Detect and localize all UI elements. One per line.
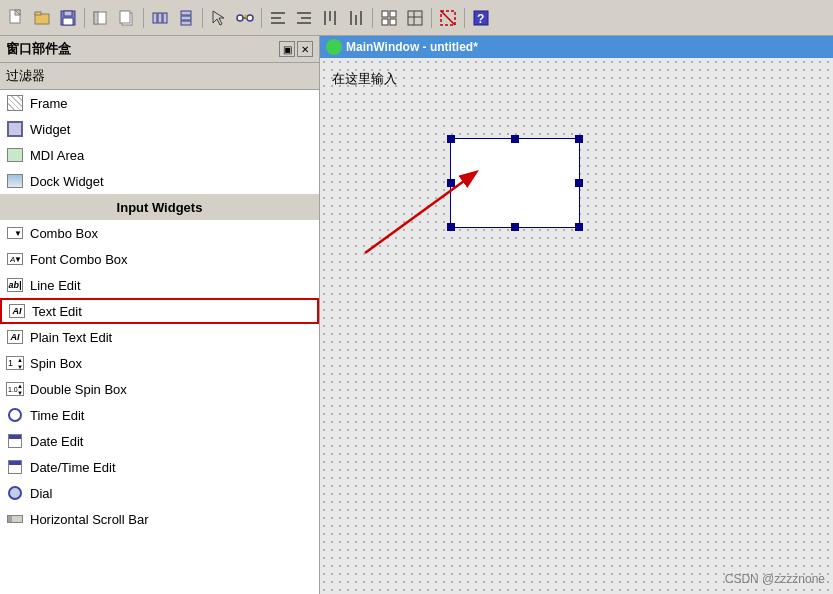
combo-box-label: Combo Box bbox=[30, 226, 98, 241]
plain-text-edit-label: Plain Text Edit bbox=[30, 330, 112, 345]
svg-rect-16 bbox=[181, 21, 191, 25]
canvas-titlebar: MainWindow - untitled* bbox=[320, 36, 833, 58]
handle-mid-right[interactable] bbox=[575, 179, 583, 187]
handle-bot-mid[interactable] bbox=[511, 223, 519, 231]
svg-rect-14 bbox=[181, 11, 191, 15]
frame-label: Frame bbox=[30, 96, 68, 111]
plain-text-edit-icon: AI bbox=[6, 328, 24, 346]
grid2-button[interactable] bbox=[403, 6, 427, 30]
align-right-button[interactable] bbox=[292, 6, 316, 30]
svg-rect-13 bbox=[163, 13, 167, 23]
new-button[interactable] bbox=[4, 6, 28, 30]
mdi-area-icon bbox=[6, 146, 24, 164]
filter-bar: 过滤器 bbox=[0, 63, 319, 90]
font-combo-box-icon: A▼ bbox=[6, 250, 24, 268]
frame-icon bbox=[6, 94, 24, 112]
svg-rect-8 bbox=[94, 12, 98, 24]
list-item-spin-box[interactable]: 1 ▲ ▼ Spin Box bbox=[0, 350, 319, 376]
list-item-frame[interactable]: Frame bbox=[0, 90, 319, 116]
undo-button[interactable] bbox=[89, 6, 113, 30]
list-item-double-spin-box[interactable]: 1.0 ▲ ▼ Double Spin Box bbox=[0, 376, 319, 402]
copy-button[interactable] bbox=[115, 6, 139, 30]
svg-marker-17 bbox=[213, 11, 224, 25]
panel-header-buttons: ▣ ✕ bbox=[279, 41, 313, 57]
layout-v-button[interactable] bbox=[174, 6, 198, 30]
canvas-title: MainWindow - untitled* bbox=[346, 40, 478, 54]
handle-bot-right[interactable] bbox=[575, 223, 583, 231]
grid-button[interactable] bbox=[377, 6, 401, 30]
toolbar: ? bbox=[0, 0, 833, 36]
list-item-horizontal-scroll-bar[interactable]: Horizontal Scroll Bar bbox=[0, 506, 319, 532]
widget-panel: 窗口部件盒 ▣ ✕ 过滤器 Frame Widget bbox=[0, 36, 320, 594]
category-input-widgets: Input Widgets bbox=[0, 194, 319, 220]
time-edit-label: Time Edit bbox=[30, 408, 84, 423]
close-panel-button[interactable]: ✕ bbox=[297, 41, 313, 57]
breaklayout-button[interactable] bbox=[436, 6, 460, 30]
category-input-widgets-label: Input Widgets bbox=[117, 200, 203, 215]
dial-label: Dial bbox=[30, 486, 52, 501]
widget-icon bbox=[6, 120, 24, 138]
mdi-area-label: MDI Area bbox=[30, 148, 84, 163]
float-button[interactable]: ▣ bbox=[279, 41, 295, 57]
main-area: 窗口部件盒 ▣ ✕ 过滤器 Frame Widget bbox=[0, 36, 833, 594]
canvas-placeholder: 在这里输入 bbox=[332, 70, 397, 88]
horizontal-scroll-bar-label: Horizontal Scroll Bar bbox=[30, 512, 149, 527]
sep6 bbox=[431, 8, 432, 28]
list-item-combo-box[interactable]: Combo Box bbox=[0, 220, 319, 246]
connect-button[interactable] bbox=[233, 6, 257, 30]
panel-title: 窗口部件盒 bbox=[6, 40, 71, 58]
horizontal-scroll-bar-icon bbox=[6, 510, 24, 528]
open-button[interactable] bbox=[30, 6, 54, 30]
list-item-font-combo-box[interactable]: A▼ Font Combo Box bbox=[0, 246, 319, 272]
align-left-button[interactable] bbox=[266, 6, 290, 30]
date-edit-label: Date Edit bbox=[30, 434, 83, 449]
list-item-time-edit[interactable]: Time Edit bbox=[0, 402, 319, 428]
double-spin-box-icon: 1.0 ▲ ▼ bbox=[6, 380, 24, 398]
layout-h-button[interactable] bbox=[148, 6, 172, 30]
svg-rect-12 bbox=[158, 13, 162, 23]
svg-rect-36 bbox=[382, 19, 388, 25]
svg-line-42 bbox=[441, 11, 455, 25]
dial-icon bbox=[6, 484, 24, 502]
datetime-edit-label: Date/Time Edit bbox=[30, 460, 116, 475]
help-button[interactable]: ? bbox=[469, 6, 493, 30]
list-item-dial[interactable]: Dial bbox=[0, 480, 319, 506]
text-edit-icon: AI bbox=[8, 302, 26, 320]
svg-point-18 bbox=[237, 15, 243, 21]
pointer-button[interactable] bbox=[207, 6, 231, 30]
spin-box-label: Spin Box bbox=[30, 356, 82, 371]
handle-bot-left[interactable] bbox=[447, 223, 455, 231]
sep7 bbox=[464, 8, 465, 28]
list-item-widget[interactable]: Widget bbox=[0, 116, 319, 142]
svg-rect-6 bbox=[63, 18, 73, 25]
canvas-area[interactable]: 在这里输入 bbox=[320, 58, 833, 594]
canvas-widget[interactable] bbox=[450, 138, 580, 228]
list-item-datetime-edit[interactable]: Date/Time Edit bbox=[0, 454, 319, 480]
svg-rect-3 bbox=[35, 12, 41, 15]
spin-box-icon: 1 ▲ ▼ bbox=[6, 354, 24, 372]
list-item-text-edit[interactable]: AI Text Edit bbox=[0, 298, 319, 324]
list-item-plain-text-edit[interactable]: AI Plain Text Edit bbox=[0, 324, 319, 350]
panel-header: 窗口部件盒 ▣ ✕ bbox=[0, 36, 319, 63]
sep5 bbox=[372, 8, 373, 28]
qt-icon bbox=[326, 39, 342, 55]
double-spin-box-label: Double Spin Box bbox=[30, 382, 127, 397]
text-edit-label: Text Edit bbox=[32, 304, 82, 319]
handle-mid-left[interactable] bbox=[447, 179, 455, 187]
list-item-date-edit[interactable]: Date Edit bbox=[0, 428, 319, 454]
svg-rect-10 bbox=[120, 11, 130, 23]
list-item-mdi-area[interactable]: MDI Area bbox=[0, 142, 319, 168]
svg-rect-11 bbox=[153, 13, 157, 23]
list-item-dock-widget[interactable]: Dock Widget bbox=[0, 168, 319, 194]
align-top-button[interactable] bbox=[318, 6, 342, 30]
handle-top-mid[interactable] bbox=[511, 135, 519, 143]
widget-list[interactable]: Frame Widget MDI Area D bbox=[0, 90, 319, 594]
handle-top-left[interactable] bbox=[447, 135, 455, 143]
dock-widget-icon bbox=[6, 172, 24, 190]
align-bottom-button[interactable] bbox=[344, 6, 368, 30]
handle-top-right[interactable] bbox=[575, 135, 583, 143]
save-button[interactable] bbox=[56, 6, 80, 30]
sep1 bbox=[84, 8, 85, 28]
list-item-line-edit[interactable]: ab| Line Edit bbox=[0, 272, 319, 298]
sep3 bbox=[202, 8, 203, 28]
